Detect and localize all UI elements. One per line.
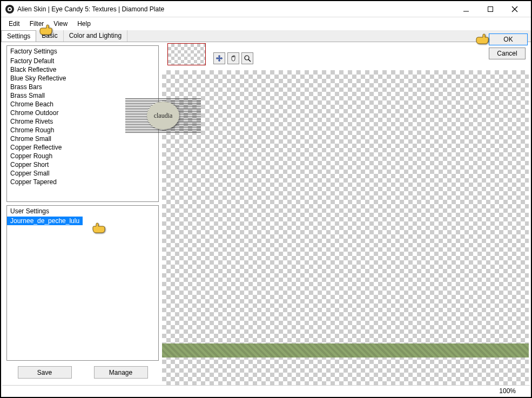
factory-item[interactable]: Copper Rough xyxy=(7,152,158,160)
pointer-annotation-icon xyxy=(39,24,58,36)
factory-item[interactable]: Chrome Outdoor xyxy=(7,109,158,117)
factory-item[interactable]: Copper Reflective xyxy=(7,143,158,152)
tabstrip: Settings Basic Color and Lighting xyxy=(1,30,531,42)
factory-item[interactable]: Chrome Beach xyxy=(7,100,158,109)
factory-item[interactable]: Copper Short xyxy=(7,160,158,169)
close-button[interactable] xyxy=(502,2,527,17)
rendered-texture-strip xyxy=(162,343,529,357)
pointer-annotation-icon xyxy=(86,222,106,234)
user-header: User Settings xyxy=(7,206,158,217)
factory-item[interactable]: Chrome Rough xyxy=(7,126,158,134)
app-icon xyxy=(5,5,14,14)
minimize-button[interactable] xyxy=(454,2,478,17)
zoom-tool-icon[interactable] xyxy=(241,52,253,64)
cancel-button[interactable]: Cancel xyxy=(489,48,526,59)
tab-color-lighting[interactable]: Color and Lighting xyxy=(64,30,127,42)
factory-item[interactable]: Copper Tapered xyxy=(7,178,158,186)
move-tool-icon[interactable] xyxy=(213,52,225,64)
user-settings-list[interactable]: User Settings Journee_de_peche_lulu xyxy=(6,205,159,361)
zoom-level: 100% xyxy=(499,387,516,395)
factory-item[interactable]: Black Reflective xyxy=(7,65,158,74)
factory-item[interactable]: Copper Small xyxy=(7,169,158,178)
titlebar: Alien Skin | Eye Candy 5: Textures | Dia… xyxy=(1,1,531,17)
menu-edit[interactable]: Edit xyxy=(4,19,24,29)
factory-item[interactable]: Chrome Small xyxy=(7,134,158,143)
user-setting-selected[interactable]: Journee_de_peche_lulu xyxy=(7,217,83,225)
svg-point-6 xyxy=(245,56,249,60)
navigator-thumb[interactable] xyxy=(167,43,206,65)
maximize-button[interactable] xyxy=(478,2,502,17)
factory-item[interactable]: Chrome Rivets xyxy=(7,117,158,126)
window-title: Alien Skin | Eye Candy 5: Textures | Dia… xyxy=(17,5,164,13)
factory-settings-list[interactable]: Factory Settings Factory DefaultBlack Re… xyxy=(6,45,159,202)
factory-item[interactable]: Brass Small xyxy=(7,91,158,100)
factory-item[interactable]: Factory Default xyxy=(7,57,158,65)
preview-canvas[interactable] xyxy=(162,70,529,385)
save-button[interactable]: Save xyxy=(18,366,72,379)
svg-rect-3 xyxy=(488,6,493,11)
manage-button[interactable]: Manage xyxy=(94,366,148,379)
menu-help[interactable]: Help xyxy=(73,19,95,29)
settings-buttons: Save Manage xyxy=(6,364,159,381)
svg-line-7 xyxy=(248,59,251,62)
hand-tool-icon[interactable] xyxy=(227,52,239,64)
preview-area xyxy=(162,42,529,385)
svg-point-1 xyxy=(9,8,11,10)
settings-panel: Factory Settings Factory DefaultBlack Re… xyxy=(3,42,162,385)
tab-settings[interactable]: Settings xyxy=(1,30,36,42)
factory-item[interactable]: Brass Bars xyxy=(7,83,158,91)
statusbar: 100% xyxy=(2,385,530,396)
pointer-annotation-icon xyxy=(475,33,495,45)
window-controls xyxy=(454,2,527,17)
factory-item[interactable]: Blue Sky Reflective xyxy=(7,74,158,83)
menubar: Edit Filter View Help xyxy=(1,17,531,30)
factory-header: Factory Settings xyxy=(7,46,158,57)
